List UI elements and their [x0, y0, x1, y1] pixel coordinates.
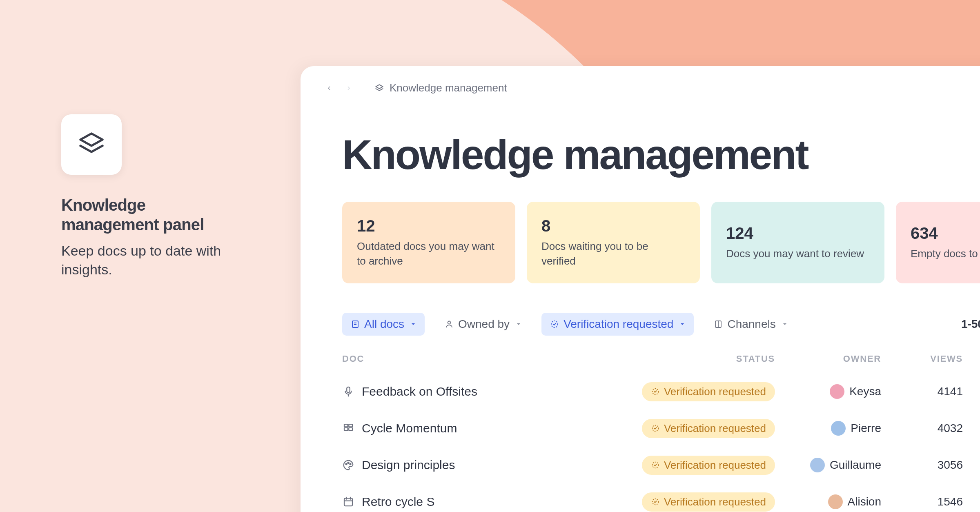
verification-dashed-icon — [550, 319, 559, 329]
filter-verification-label: Verification requested — [564, 318, 673, 331]
status-badge: Verification requested — [642, 492, 775, 512]
owner-cell: Alision — [775, 494, 881, 509]
owner-cell: Guillaume — [775, 458, 881, 472]
verification-dashed-icon — [651, 497, 660, 506]
calendar-icon — [342, 496, 354, 508]
pagination-range: 1-50 — [961, 318, 980, 330]
person-icon — [444, 319, 454, 329]
svg-point-14 — [346, 463, 347, 465]
filter-verification[interactable]: Verification requested — [541, 313, 694, 336]
svg-rect-11 — [344, 428, 348, 430]
stat-cards-row: 12Outdated docs you may want to archive8… — [301, 202, 980, 283]
public-views-cell: Not public — [963, 385, 980, 398]
status-label: Verification requested — [664, 459, 766, 472]
docs-table: DOC STATUS OWNER VIEWS PUBLIC VIEWS LA F… — [301, 336, 980, 512]
status-badge: Verification requested — [642, 456, 775, 475]
table-row[interactable]: Retro cycle SVerification requestedAlisi… — [342, 483, 980, 512]
stat-card-label: Outdated docs you may want to archive — [357, 239, 501, 268]
svg-rect-12 — [349, 428, 352, 430]
status-cell: Verification requested — [604, 492, 775, 512]
promo-panel: Knowledge management panel Keep docs up … — [61, 114, 237, 279]
avatar — [810, 458, 825, 472]
app-window: Knowledge management Knowledge managemen… — [301, 66, 980, 512]
svg-rect-9 — [344, 424, 348, 427]
filter-all-docs[interactable]: All docs — [342, 313, 425, 336]
doc-list-icon — [350, 319, 360, 329]
owner-name: Alision — [848, 495, 881, 508]
col-owner: OWNER — [775, 354, 881, 364]
svg-point-16 — [350, 463, 351, 465]
promo-title: Knowledge management panel — [61, 195, 237, 234]
stat-card[interactable]: 124Docs you may want to review — [711, 202, 884, 283]
filter-channels[interactable]: Channels — [705, 313, 796, 336]
avatar — [831, 421, 846, 436]
avatar — [830, 384, 844, 399]
promo-icon-box — [61, 114, 122, 175]
stat-card-label: Docs waiting you to be verified — [541, 239, 685, 268]
palette-icon — [342, 459, 354, 471]
stat-card-label: Docs you may want to review — [726, 247, 870, 261]
table-row[interactable]: Design principlesVerification requestedG… — [342, 447, 980, 483]
owner-cell: Keysa — [775, 384, 881, 399]
breadcrumb-label: Knowledge management — [390, 82, 507, 94]
views-cell: 4141 — [881, 385, 963, 398]
status-label: Verification requested — [664, 496, 766, 508]
col-views: VIEWS — [881, 354, 963, 364]
caret-down-icon — [679, 321, 686, 327]
status-cell: Verification requested — [604, 456, 775, 475]
table-row[interactable]: Cycle MomentumVerification requestedPier… — [342, 410, 980, 447]
owner-name: Guillaume — [830, 459, 881, 472]
page-title: Knowledge management — [301, 94, 980, 202]
stat-card[interactable]: 8Docs waiting you to be verified — [527, 202, 700, 283]
col-status: STATUS — [604, 354, 775, 364]
svg-rect-18 — [344, 498, 352, 506]
verification-dashed-icon — [651, 387, 660, 396]
caret-down-icon — [410, 321, 416, 327]
owner-name: Pierre — [851, 422, 881, 435]
status-cell: Verification requested — [604, 382, 775, 401]
nav-back-button[interactable] — [323, 82, 335, 94]
stat-card-count: 124 — [726, 224, 870, 243]
avatar — [828, 494, 843, 509]
doc-title: Retro cycle S — [362, 495, 434, 509]
doc-cell: Cycle Momentum — [342, 421, 604, 435]
doc-cell: Retro cycle S — [342, 495, 604, 509]
views-cell: 1546 — [881, 495, 963, 508]
views-cell: 4032 — [881, 422, 963, 435]
doc-cell: Feedback on Offsites — [342, 385, 604, 398]
status-badge: Verification requested — [642, 419, 775, 438]
promo-subtitle: Keep docs up to date with insights. — [61, 242, 237, 279]
layers-icon — [77, 130, 106, 159]
views-cell: 3056 — [881, 459, 963, 472]
microphone-icon — [342, 385, 354, 398]
caret-down-icon — [515, 321, 522, 327]
public-views-cell: 5972 — [963, 422, 980, 435]
filter-all-docs-label: All docs — [364, 318, 404, 331]
status-label: Verification requested — [664, 422, 766, 435]
stat-card[interactable]: 12Outdated docs you may want to archive — [342, 202, 515, 283]
verification-dashed-icon — [651, 461, 660, 470]
filter-channels-label: Channels — [727, 318, 775, 331]
svg-rect-10 — [349, 424, 352, 427]
pagination-label: 1-50 of 87 — [961, 318, 980, 331]
stat-card[interactable]: 634Empty docs to be deleted — [896, 202, 980, 283]
grid-icon — [342, 422, 354, 434]
stat-card-count: 634 — [911, 224, 980, 243]
col-doc: DOC — [342, 354, 604, 364]
filters-row: All docs Owned by Verification requested — [301, 283, 980, 336]
chevron-left-icon — [326, 85, 332, 91]
chevron-right-icon — [345, 85, 352, 91]
svg-point-3 — [448, 321, 451, 324]
public-views-cell: Not public — [963, 459, 980, 472]
public-views-cell: Not public — [963, 495, 980, 508]
table-row[interactable]: Feedback on OffsitesVerification request… — [342, 373, 980, 410]
filter-owned-by-label: Owned by — [458, 318, 510, 331]
filter-owned-by[interactable]: Owned by — [436, 313, 530, 336]
breadcrumb[interactable]: Knowledge management — [374, 82, 507, 94]
status-label: Verification requested — [664, 385, 766, 398]
table-header: DOC STATUS OWNER VIEWS PUBLIC VIEWS LA — [342, 354, 980, 373]
doc-title: Feedback on Offsites — [362, 385, 477, 398]
stat-card-count: 12 — [357, 217, 501, 235]
caret-down-icon — [782, 321, 788, 327]
nav-forward-button[interactable] — [343, 82, 354, 94]
